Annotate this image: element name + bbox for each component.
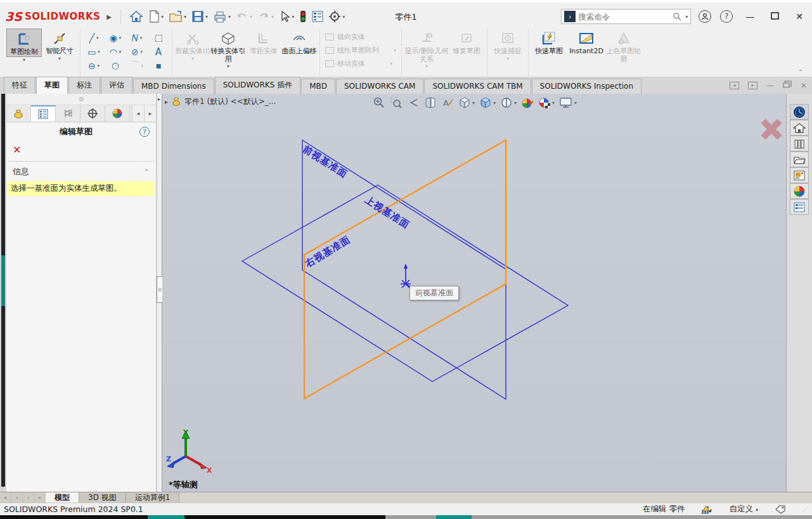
undo-button[interactable]: ▾	[234, 9, 254, 24]
caret-icon[interactable]: ▾	[161, 14, 164, 20]
tab-mbd[interactable]: MBD	[301, 79, 335, 94]
text-tool[interactable]: A	[148, 46, 169, 58]
resize-grip-icon[interactable]: ⋰	[802, 506, 808, 513]
flyout-arrow-icon[interactable]: ▸	[158, 96, 160, 102]
cancel-sketch-corner-icon[interactable]	[760, 118, 783, 141]
caret-icon[interactable]: ▾	[472, 100, 475, 106]
arc-tool[interactable]: ◠▾	[105, 47, 126, 57]
design-library-icon[interactable]	[790, 136, 809, 151]
caret-icon[interactable]: ▾	[119, 49, 122, 54]
tab-model[interactable]: 模型	[46, 492, 79, 503]
tab-features[interactable]: 特征	[4, 77, 35, 94]
view-settings-icon[interactable]: ▾	[558, 96, 578, 110]
collapse-right-pane-icon[interactable]: ▸	[748, 82, 757, 89]
selection-box-tool[interactable]	[148, 35, 169, 42]
tab-mbd-dimensions[interactable]: MBD Dimensions	[133, 79, 214, 94]
panel-tabs-scroll-left[interactable]: ◂	[132, 105, 144, 122]
caret-icon[interactable]: ▾	[98, 63, 100, 68]
caret-icon[interactable]: ▾	[58, 56, 61, 63]
ellipse-tool[interactable]: ⊘▾	[126, 47, 148, 57]
tab-configuration-manager[interactable]	[56, 105, 81, 122]
search-icon[interactable]	[673, 12, 681, 21]
move-entities-button[interactable]: 移动实体▾	[325, 59, 396, 68]
circle-tool[interactable]: ◉▾	[105, 33, 126, 43]
graphics-viewport[interactable]: ▸ 零件1 (默认) <<默认>_... A ▾ ▾ ▾ ▾ ▾ 前视基准面 上…	[162, 94, 786, 492]
caret-icon[interactable]: ▾	[205, 14, 208, 20]
open-button[interactable]: ▾	[167, 9, 188, 24]
line-tool[interactable]: ╱▾	[83, 33, 105, 43]
home-button[interactable]	[127, 9, 145, 24]
hide-show-items-icon[interactable]: ▾	[499, 96, 518, 110]
account-icon[interactable]	[699, 10, 711, 23]
doc-close-icon[interactable]: ✕	[801, 81, 807, 90]
tab-3d-views[interactable]: 3D 视图	[79, 492, 126, 503]
last-tab-button[interactable]: »	[34, 492, 46, 503]
trim-entities-button[interactable]: 剪裁实体(I)	[175, 29, 210, 56]
doc-restore-icon[interactable]	[783, 80, 792, 90]
customize-status-button[interactable]: 自定义▴	[729, 504, 758, 515]
caret-icon[interactable]: ▾	[685, 14, 688, 20]
file-explorer-icon[interactable]	[790, 151, 809, 167]
convert-entities-button[interactable]: 转换实体引用	[210, 29, 246, 63]
previous-view-icon[interactable]	[406, 96, 421, 110]
solidworks-logo[interactable]: 3S SOLIDWORKS ▶	[5, 10, 121, 23]
tag-icon[interactable]	[775, 505, 786, 514]
zoom-area-icon[interactable]	[389, 96, 404, 110]
repair-sketch-button[interactable]: 修复草图	[449, 29, 484, 56]
instant2d-button[interactable]: Instant2D	[567, 29, 606, 56]
search-scope-icon[interactable]: ›	[564, 11, 576, 22]
linear-pattern-button[interactable]: 线性草图阵列▾	[325, 46, 396, 55]
section-view-icon[interactable]	[423, 96, 438, 110]
help-icon[interactable]: ?	[720, 10, 733, 23]
minimize-button[interactable]: —	[742, 11, 758, 22]
first-tab-button[interactable]: «	[0, 492, 11, 503]
caret-icon[interactable]: ▾	[119, 35, 122, 41]
select-cursor-button[interactable]: ▾	[277, 9, 296, 24]
caret-icon[interactable]: ▾	[184, 14, 186, 20]
tab-property-manager[interactable]	[31, 105, 56, 122]
apply-scene-icon[interactable]: ▾	[537, 96, 556, 110]
logo-expand-arrow-icon[interactable]: ▶	[106, 13, 112, 20]
display-style-icon[interactable]: ▾	[478, 96, 497, 110]
edit-appearance-icon[interactable]	[520, 96, 535, 110]
tab-cam[interactable]: SOLIDWORKS CAM	[336, 79, 423, 94]
caret-icon[interactable]: ▾	[141, 49, 143, 54]
view-palette-icon[interactable]	[790, 167, 809, 183]
maximize-button[interactable]	[767, 11, 783, 22]
tab-dimxpert-manager[interactable]	[81, 105, 105, 122]
search-input[interactable]	[578, 12, 670, 22]
caret-icon[interactable]: ▾	[552, 100, 555, 106]
polygon-tool[interactable]: ⬡	[105, 61, 126, 71]
tab-motion-study[interactable]: 运动算例1	[126, 492, 180, 503]
pm-help-icon[interactable]: ?	[139, 127, 150, 137]
tab-markup[interactable]: 标注	[68, 77, 100, 94]
quick-snaps-button[interactable]: 快速捕捉	[490, 29, 525, 56]
panel-viewport-splitter[interactable]: ▸	[157, 94, 162, 492]
caret-icon[interactable]: ▾	[493, 100, 496, 106]
document-breadcrumb[interactable]: 零件1 (默认) <<默认>_...	[184, 96, 276, 107]
tab-inspection[interactable]: SOLIDWORKS Inspection	[532, 79, 641, 94]
offset-entities-button[interactable]: 等距实体	[246, 29, 281, 56]
new-document-button[interactable]: ▾	[146, 9, 165, 24]
caret-icon[interactable]: ▾	[292, 14, 294, 20]
caret-icon[interactable]: ▾	[228, 14, 231, 20]
sketch-button[interactable]: 草图绘制	[6, 29, 42, 57]
panel-splitter[interactable]	[6, 94, 156, 105]
caret-icon[interactable]: ▾	[23, 57, 25, 65]
tab-addins[interactable]: SOLIDWORKS 插件	[215, 77, 300, 94]
tab-cam-tbm[interactable]: SOLIDWORKS CAM TBM	[424, 79, 531, 94]
custom-properties-icon[interactable]	[790, 199, 809, 215]
caret-icon[interactable]: ▾	[342, 14, 345, 20]
caret-icon[interactable]: ▾	[574, 100, 577, 106]
zoom-fit-icon[interactable]	[371, 96, 387, 110]
save-button[interactable]: ▾	[190, 9, 210, 24]
rapid-sketch-button[interactable]: 快速草图	[531, 29, 567, 56]
caret-icon[interactable]: ▾	[96, 35, 99, 41]
dynamic-annotation-icon[interactable]: A	[440, 96, 455, 110]
settings-gear-button[interactable]: ▾	[326, 9, 347, 24]
shaded-contours-button[interactable]: 上色草图轮廓	[606, 29, 641, 63]
command-search[interactable]: › ▾	[561, 9, 691, 24]
options-list-button[interactable]	[310, 10, 325, 23]
collapse-left-pane-icon[interactable]: ◂	[730, 82, 739, 89]
tab-evaluate[interactable]: 评估	[101, 77, 132, 94]
